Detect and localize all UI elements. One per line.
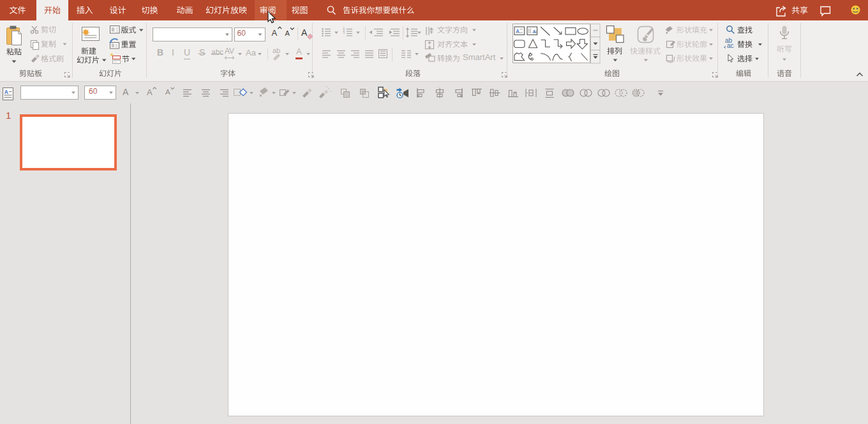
svg-text:A: A: [4, 89, 8, 95]
svg-text:A: A: [516, 28, 520, 34]
svg-text:A: A: [532, 29, 536, 34]
